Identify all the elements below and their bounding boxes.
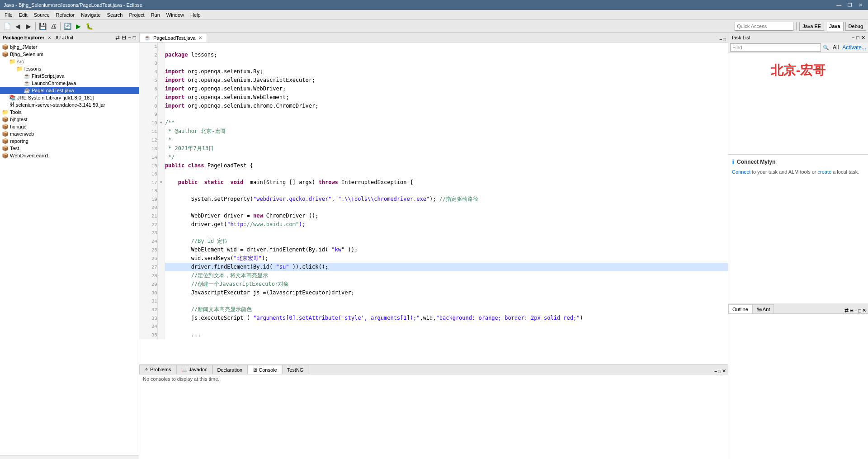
menu-item-edit[interactable]: Edit	[16, 11, 30, 19]
code-content[interactable]: *	[165, 136, 728, 144]
tree-item[interactable]: 📚JRE System Library [jdk1.8.0_181]	[0, 94, 139, 101]
print-button[interactable]: 🖨	[48, 21, 58, 31]
code-content[interactable]	[165, 187, 728, 195]
code-content[interactable]: driver.findElement(By.id( "su" )).click(…	[165, 263, 728, 271]
outline-sync-icon[interactable]: ⇄	[844, 308, 849, 313]
code-content[interactable]: wid.sendKeys("北京宏哥");	[165, 254, 728, 263]
bottom-tab-javadoc[interactable]: 📖 Javadoc	[176, 365, 212, 374]
maximize-button[interactable]: ❐	[846, 2, 854, 8]
maximize-panel-icon[interactable]: □	[133, 34, 136, 41]
tree-item[interactable]: 📦Bjhg_Selenium	[0, 51, 139, 58]
outline-close[interactable]: ✕	[862, 308, 866, 313]
code-content[interactable]	[165, 170, 728, 178]
outline-tab[interactable]: Outline	[728, 304, 752, 313]
code-content[interactable]: WebElement wid = driver.findElement(By.i…	[165, 246, 728, 254]
tree-item[interactable]: 📁src	[0, 58, 139, 65]
code-content[interactable]: System.setProperty("webdriver.gecko.driv…	[165, 195, 728, 203]
code-content[interactable]: //定位到文本，将文本高亮显示	[165, 271, 728, 280]
code-content[interactable]: //By id 定位	[165, 237, 728, 246]
debug-button[interactable]: 🐛	[84, 21, 94, 31]
task-list-maximize[interactable]: □	[856, 35, 859, 41]
code-content[interactable]	[165, 322, 728, 331]
tree-item[interactable]: 📁lessons	[0, 65, 139, 72]
tree-item[interactable]: 📦Test	[0, 145, 139, 152]
menu-item-search[interactable]: Search	[104, 11, 126, 19]
menu-item-file[interactable]: File	[2, 11, 15, 19]
ant-tab[interactable]: 🐜 Ant	[752, 304, 774, 313]
code-content[interactable]	[165, 297, 728, 305]
tree-item[interactable]: 📦mavenweb	[0, 130, 139, 137]
tree-item[interactable]: 📦bjhgtest	[0, 116, 139, 123]
connect-link[interactable]: Connect	[732, 169, 750, 175]
tree-item[interactable]: ☕FirstScript.java	[0, 72, 139, 80]
code-content[interactable]: /**	[165, 118, 728, 127]
back-button[interactable]: ◀	[13, 21, 23, 31]
code-content[interactable]: js.executeScript ( "arguments[0].setAttr…	[165, 314, 728, 322]
code-content[interactable]: * 2021年7月13日	[165, 144, 728, 153]
java-ee-perspective[interactable]: Java EE	[799, 22, 824, 31]
tree-item[interactable]: ☕LaunchChrome.java	[0, 80, 139, 87]
code-content[interactable]	[165, 229, 728, 237]
tree-item[interactable]: 📦WebDriverLearn1	[0, 152, 139, 159]
code-content[interactable]	[165, 110, 728, 118]
bottom-minimize[interactable]: −	[714, 369, 717, 374]
code-content[interactable]: //新闻文本高亮显示颜色	[165, 305, 728, 314]
editor-minimize-icon[interactable]: −	[719, 37, 722, 42]
task-list-close[interactable]: ✕	[861, 35, 865, 41]
code-content[interactable]: import org.openqa.selenium.JavascriptExe…	[165, 76, 728, 85]
task-list-find[interactable]	[730, 43, 821, 52]
editor-maximize-icon[interactable]: □	[723, 37, 726, 42]
new-button[interactable]: 📄	[2, 21, 12, 31]
collapse-icon[interactable]: ⊟	[122, 34, 126, 41]
editor-tab-pageloadtest[interactable]: ☕ PageLoadTest.java ✕	[139, 33, 207, 42]
bottom-tab-testng[interactable]: TestNG	[282, 365, 309, 374]
forward-button[interactable]: ▶	[24, 21, 33, 31]
bottom-close[interactable]: ✕	[722, 368, 726, 374]
minimize-panel-icon[interactable]: −	[128, 34, 131, 41]
code-content[interactable]: */	[165, 153, 728, 161]
close-button[interactable]: ✕	[857, 2, 864, 8]
task-list-activate[interactable]: Activate...	[842, 44, 866, 51]
left-panel-resize-handle[interactable]	[0, 455, 139, 459]
code-content[interactable]: import org.openqa.selenium.chrome.Chrome…	[165, 102, 728, 110]
bottom-tab-problems[interactable]: ⚠ Problems	[139, 365, 176, 374]
code-content[interactable]: ...	[165, 331, 728, 339]
tree-item[interactable]: ☕PageLoadTest.java	[0, 87, 139, 94]
menu-item-run[interactable]: Run	[148, 11, 163, 19]
outline-minimize[interactable]: −	[854, 308, 857, 313]
refresh-button[interactable]: 🔄	[62, 21, 72, 31]
code-content[interactable]: * @author 北京-宏哥	[165, 127, 728, 136]
editor-tab-close[interactable]: ✕	[198, 35, 202, 40]
menu-item-refactor[interactable]: Refactor	[53, 11, 78, 19]
code-content[interactable]: //创建一个JavascriptExecutor对象	[165, 280, 728, 289]
junit-tab[interactable]: JU JUnit	[55, 35, 74, 40]
tree-item[interactable]: 📦bjhg_JMeter	[0, 43, 139, 51]
create-link[interactable]: create	[818, 169, 832, 175]
menu-item-source[interactable]: Source	[31, 11, 52, 19]
code-content[interactable]: public static void main(String [] args) …	[165, 178, 728, 187]
tree-item[interactable]: 🗄selenium-server-standalone-3.141.59.jar	[0, 101, 139, 109]
outline-collapse-icon[interactable]: ⊟	[849, 308, 854, 313]
code-content[interactable]	[165, 43, 728, 51]
code-content[interactable]: import org.openqa.selenium.WebElement;	[165, 93, 728, 102]
menu-item-help[interactable]: Help	[188, 11, 203, 19]
code-content[interactable]	[165, 203, 728, 212]
quick-access-input[interactable]	[735, 22, 793, 31]
menu-item-navigate[interactable]: Navigate	[78, 11, 103, 19]
debug-perspective[interactable]: Debug	[845, 22, 866, 31]
tree-item[interactable]: 📦reportng	[0, 137, 139, 145]
tree-item[interactable]: 📦hongge	[0, 123, 139, 130]
bottom-maximize[interactable]: □	[718, 369, 721, 374]
task-list-all-label[interactable]: All	[833, 44, 839, 51]
sync-icon[interactable]: ⇄	[115, 34, 120, 41]
code-content[interactable]: JavascriptExecutor js =(JavascriptExecut…	[165, 289, 728, 297]
bottom-tab-declaration[interactable]: Declaration	[212, 365, 248, 374]
menu-item-project[interactable]: Project	[126, 11, 147, 19]
save-button[interactable]: 💾	[38, 21, 47, 31]
tree-item[interactable]: 📁Tools	[0, 109, 139, 116]
minimize-button[interactable]: —	[835, 2, 843, 8]
code-content[interactable]: WebDriver driver = new ChromeDriver ();	[165, 212, 728, 220]
java-perspective[interactable]: Java	[826, 22, 843, 31]
menu-item-window[interactable]: Window	[164, 11, 187, 19]
code-content[interactable]	[165, 59, 728, 67]
